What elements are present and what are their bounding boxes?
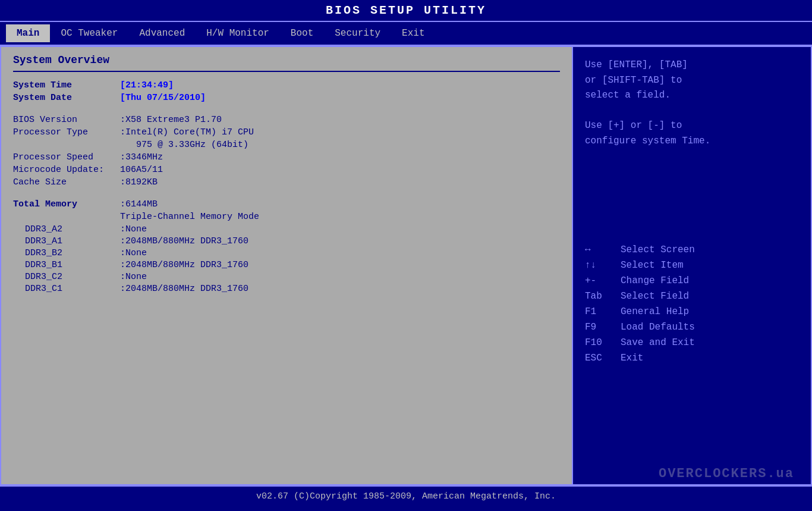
key-save-exit: F10 Save and Exit [585, 337, 799, 348]
processor-type-row: Processor Type : Intel(R) Core(TM) i7 CP… [13, 127, 560, 137]
ddr3-c2-sep: : [120, 272, 125, 282]
key-change-field: +- Change Field [585, 275, 799, 286]
key-select-item: ↑↓ Select Item [585, 260, 799, 271]
help-line-5: configure system Time. [585, 134, 799, 149]
bios-version-label: BIOS Version [13, 115, 120, 125]
key-list: ↔ Select Screen ↑↓ Select Item +- Change… [585, 244, 799, 363]
nav-item-h/w-monitor[interactable]: H/W Monitor [196, 24, 280, 42]
ddr3-b2-sep: : [120, 248, 125, 258]
ddr3-b1-label: DDR3_B1 [25, 260, 120, 270]
key-desc-select-item: Select Item [621, 260, 684, 271]
key-desc-select-screen: Select Screen [621, 244, 695, 255]
help-line-1: Use [ENTER], [TAB] [585, 58, 799, 73]
nav-item-boot[interactable]: Boot [280, 24, 324, 42]
ddr3-a2-label: DDR3_A2 [25, 224, 120, 234]
ddr3-a2-row: DDR3_A2 : None [13, 224, 560, 234]
bios-version-sep: : [120, 115, 125, 125]
processor-type-cont-label [13, 140, 120, 150]
nav-item-security[interactable]: Security [324, 24, 391, 42]
system-time-value: [21:34:49] [120, 80, 174, 90]
total-memory-row: Total Memory : 6144MB [13, 199, 560, 209]
key-symbol-f1: F1 [585, 306, 621, 317]
total-memory-label: Total Memory [13, 199, 120, 209]
ddr3-a1-value: 2048MB/880MHz DDR3_1760 [125, 236, 248, 246]
processor-type-label: Processor Type [13, 127, 120, 137]
nav-item-oc-tweaker[interactable]: OC Tweaker [50, 24, 128, 42]
section-divider [13, 71, 560, 72]
processor-speed-row: Processor Speed : 3346MHz [13, 152, 560, 162]
processor-speed-sep: : [120, 152, 125, 162]
bios-version-value: X58 Extreme3 P1.70 [125, 115, 222, 125]
processor-speed-label: Processor Speed [13, 152, 120, 162]
key-symbol-arrows-lr: ↔ [585, 244, 621, 255]
key-desc-load-defaults: Load Defaults [621, 322, 695, 333]
key-symbol-tab: Tab [585, 291, 621, 302]
processor-type-value: Intel(R) Core(TM) i7 CPU [125, 127, 254, 137]
ddr3-a1-sep: : [120, 236, 125, 246]
key-desc-select-field: Select Field [621, 291, 689, 302]
cache-size-sep: : [120, 177, 125, 187]
system-date-row[interactable]: System Date [Thu 07/15/2010] [13, 93, 560, 103]
ddr3-c2-label: DDR3_C2 [25, 272, 120, 282]
ddr3-c2-row: DDR3_C2 : None [13, 272, 560, 282]
key-desc-general-help: General Help [621, 306, 689, 317]
nav-item-advanced[interactable]: Advanced [128, 24, 196, 42]
key-desc-save-exit: Save and Exit [621, 337, 695, 348]
ddr3-b2-label: DDR3_B2 [25, 248, 120, 258]
key-general-help: F1 General Help [585, 306, 799, 317]
left-panel: System Overview System Time [21:34:49] S… [1, 47, 573, 484]
ddr3-c1-sep: : [120, 284, 125, 294]
ddr3-a1-label: DDR3_A1 [25, 236, 120, 246]
memory-mode-spacer [13, 212, 120, 222]
footer: v02.67 (C)Copyright 1985-2009, American … [0, 485, 812, 508]
key-desc-change-field: Change Field [621, 275, 689, 286]
key-symbol-esc: ESC [585, 353, 621, 363]
title-bar: BIOS SETUP UTILITY [0, 0, 812, 22]
footer-text: v02.67 (C)Copyright 1985-2009, American … [256, 491, 556, 501]
system-date-label: System Date [13, 93, 120, 103]
key-symbol-plus-minus: +- [585, 275, 621, 286]
microcode-label: Microcode Update: [13, 165, 120, 175]
microcode-value: 106A5/11 [120, 165, 163, 175]
ddr3-c1-row: DDR3_C1 : 2048MB/880MHz DDR3_1760 [13, 284, 560, 294]
memory-mode-row: Triple-Channel Memory Mode [13, 212, 560, 222]
ddr3-a2-sep: : [120, 224, 125, 234]
cache-size-label: Cache Size [13, 177, 120, 187]
ddr3-b2-row: DDR3_B2 : None [13, 248, 560, 258]
total-memory-sep: : [120, 199, 125, 209]
key-select-screen: ↔ Select Screen [585, 244, 799, 255]
right-panel: Use [ENTER], [TAB] or [SHIFT-TAB] to sel… [573, 47, 811, 484]
ddr3-c2-value: None [125, 272, 147, 282]
total-memory-value: 6144MB [125, 199, 158, 209]
memory-mode-value: Triple-Channel Memory Mode [120, 212, 259, 222]
key-select-field: Tab Select Field [585, 291, 799, 302]
processor-type-sep: : [120, 127, 125, 137]
key-symbol-f10: F10 [585, 337, 621, 348]
processor-type-cont: 975 @ 3.33GHz (64bit) [13, 140, 560, 150]
processor-type-cont-value: 975 @ 3.33GHz (64bit) [120, 140, 248, 150]
microcode-row: Microcode Update: 106A5/11 [13, 165, 560, 175]
key-symbol-f9: F9 [585, 322, 621, 333]
key-load-defaults: F9 Load Defaults [585, 322, 799, 333]
ddr3-c1-value: 2048MB/880MHz DDR3_1760 [125, 284, 248, 294]
nav-item-main[interactable]: Main [6, 24, 50, 42]
processor-speed-value: 3346MHz [125, 152, 163, 162]
main-content: System Overview System Time [21:34:49] S… [0, 46, 812, 485]
key-esc-exit: ESC Exit [585, 353, 799, 363]
help-text: Use [ENTER], [TAB] or [SHIFT-TAB] to sel… [585, 58, 799, 149]
key-desc-esc-exit: Exit [621, 353, 643, 363]
ddr3-a1-row: DDR3_A1 : 2048MB/880MHz DDR3_1760 [13, 236, 560, 246]
section-title: System Overview [13, 54, 560, 66]
ddr3-b1-value: 2048MB/880MHz DDR3_1760 [125, 260, 248, 270]
ddr3-c1-label: DDR3_C1 [25, 284, 120, 294]
cache-size-row: Cache Size : 8192KB [13, 177, 560, 187]
bios-title: BIOS SETUP UTILITY [326, 4, 486, 17]
system-date-value: [Thu 07/15/2010] [120, 93, 206, 103]
system-time-label: System Time [13, 80, 120, 90]
ddr3-b1-row: DDR3_B1 : 2048MB/880MHz DDR3_1760 [13, 260, 560, 270]
system-time-row[interactable]: System Time [21:34:49] [13, 80, 560, 90]
bios-version-row: BIOS Version : X58 Extreme3 P1.70 [13, 115, 560, 125]
help-line-2: or [SHIFT-TAB] to [585, 73, 799, 89]
ddr3-b1-sep: : [120, 260, 125, 270]
nav-item-exit[interactable]: Exit [391, 24, 435, 42]
